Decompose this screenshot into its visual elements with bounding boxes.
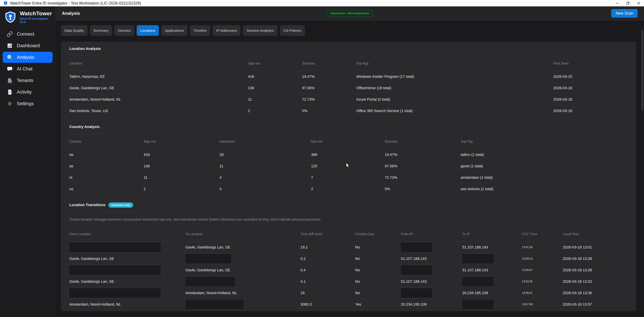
cell-interactive: 11 <box>220 160 311 172</box>
tab-timeline[interactable]: Timeline <box>190 25 210 36</box>
cell-top-app: OfficeHome (18 total) <box>356 82 553 94</box>
cell-time-diff-min: 19.2 <box>300 242 355 253</box>
sidebar-nav: ConnectDashboardAnalysisAI ChatTenantsAc… <box>0 27 55 109</box>
cell-location: Gavle, Gavleborgs Lan, SE <box>69 82 248 94</box>
sidebar-item-label: Tenants <box>17 78 33 83</box>
cell-from-ip <box>401 287 462 299</box>
sidebar-item-activity[interactable]: Activity <box>3 87 52 98</box>
table-row: Gavle, Gavleborgs Lan, SE13697.06%Office… <box>69 82 628 94</box>
tab-devices[interactable]: Devices <box>114 25 134 36</box>
sidebar-item-ai-chat[interactable]: AI Chat <box>3 63 52 74</box>
cell-success: 72.73% <box>302 94 356 105</box>
cell-non-int: 388 <box>311 149 385 160</box>
cell-utc-time: 13:36:41 <box>522 287 563 299</box>
cell-time-diff-min: 19 <box>300 287 355 299</box>
column-header-to-ip: To IP <box>462 227 522 242</box>
tab-locations[interactable]: Locations <box>137 25 159 36</box>
sidebar-item-label: AI Chat <box>17 66 32 72</box>
tab-data-quality[interactable]: Data Quality <box>61 25 88 36</box>
cell-first-seen: 2026-03-18 <box>553 94 628 105</box>
tab-applications[interactable]: Applications <box>161 25 187 36</box>
redacted-value <box>462 300 494 309</box>
cell-to-location: Gavle, Gavleborgs Lan, SE <box>186 242 300 253</box>
cell-utc-time: 13:01:30 <box>522 242 563 253</box>
brand-subtitle: Entra ID Investigator V1.0 <box>20 17 55 24</box>
sidebar-item-dashboard[interactable]: Dashboard <box>3 40 52 51</box>
column-header-local-time: Local Time <box>563 227 628 242</box>
sidebar-item-tenants[interactable]: Tenants <box>3 75 52 86</box>
redacted-value <box>69 265 161 275</box>
sidebar-item-label: Connect <box>17 32 34 37</box>
cell-to-location <box>186 253 300 264</box>
document-icon <box>7 89 13 95</box>
column-header-location: Location <box>69 56 248 71</box>
cell-from-ip <box>401 264 462 276</box>
section-title: Country Analysis <box>69 125 100 129</box>
app-shield-icon <box>3 1 8 5</box>
mouse-cursor <box>346 162 350 169</box>
page-title: Analysis <box>62 11 80 16</box>
cell-top-city: tallinn (1 total) <box>461 149 628 160</box>
table-row: Amsterdam, Noord-Holland, NL19No20.234.1… <box>69 287 628 299</box>
redacted-value <box>69 243 161 252</box>
column-header-from-ip: From IP <box>401 227 462 242</box>
sidebar-item-analysis[interactable]: Analysis <box>3 52 52 63</box>
table-row: Amsterdam, Noord-Holland, NL1172.73%Azur… <box>69 94 628 105</box>
sidebar-item-label: Analysis <box>17 55 34 60</box>
table-header-row: From LocationTo LocationTime Diff (min)C… <box>69 227 628 242</box>
sidebar-item-settings[interactable]: Settings <box>3 98 52 109</box>
cell-success: 0% <box>385 183 461 195</box>
column-header-top-city: Top City <box>461 134 628 149</box>
cell-interactive: 4 <box>220 172 311 183</box>
cell-location: San Antonio, Texas, US <box>69 105 248 117</box>
cell-crosses-day: No <box>355 276 401 287</box>
cell-time-diff-min: 0.4 <box>300 264 355 276</box>
window-controls <box>612 0 644 7</box>
cell-time-diff-min: 0.2 <box>300 253 355 264</box>
cell-from-ip: 51.107.188.143 <box>401 253 462 264</box>
cell-from-location <box>69 242 186 253</box>
cell-non-int: 7 <box>311 172 385 183</box>
location-transitions-section: Location Transitions Interactive Only Tr… <box>69 198 628 310</box>
restore-button[interactable] <box>622 0 633 7</box>
tab-ip-addresses[interactable]: IP Addresses <box>213 25 240 36</box>
tab-ca-policies[interactable]: CA Policies <box>280 25 305 36</box>
redacted-value <box>186 254 231 263</box>
minimize-button[interactable] <box>612 0 622 7</box>
cell-sign-ins: 2 <box>248 105 302 117</box>
app-window: WatchTower Entra ID Investigator - Test … <box>0 0 644 317</box>
column-header-non-int: Non-Int <box>311 134 385 149</box>
column-header-success: Success <box>385 134 461 149</box>
tab-session-analytics[interactable]: Session Analytics <box>243 25 277 36</box>
new-scan-button[interactable]: New Scan <box>611 9 638 18</box>
cell-first-seen: 2026-03-18 <box>553 105 628 117</box>
location-analysis-table: LocationSign-insSuccessTop AppFirst Seen… <box>69 56 628 116</box>
cell-sign-ins: 136 <box>144 160 220 172</box>
cell-success: 0% <box>302 105 356 117</box>
redacted-value <box>401 288 432 298</box>
cell-to-ip: 51.107.188.143 <box>462 242 522 253</box>
table-row: Gavle, Gavleborgs Lan, SE0.2No51.107.188… <box>69 253 628 264</box>
column-header-utc-time: UTC Time <box>522 227 563 242</box>
cell-utc-time: 13:28:13 <box>522 253 563 264</box>
cell-top-app: Azure Portal (2 total) <box>356 94 553 105</box>
window-title: WatchTower Entra ID Investigator - Test … <box>10 1 141 6</box>
column-header-sign-ins: Sign-ins <box>144 134 220 149</box>
tab-summary[interactable]: Summary <box>90 25 112 36</box>
chat-icon <box>7 66 13 72</box>
cell-from-location <box>69 264 186 276</box>
column-header-sign-ins: Sign-ins <box>248 56 302 71</box>
cell-sign-ins: 136 <box>248 82 302 94</box>
sidebar-item-label: Settings <box>17 101 34 106</box>
section-header: Location Analysis <box>69 42 628 56</box>
scrollbar-thumb[interactable] <box>642 30 643 111</box>
sidebar-item-connect[interactable]: Connect <box>3 29 52 40</box>
cell-first-seen: 2026-03-15 <box>553 71 628 82</box>
close-button[interactable] <box>633 0 644 7</box>
column-header-interactive: Interactive <box>220 134 311 149</box>
table-row: us2020%san antonio (1 total) <box>69 183 628 195</box>
transitions-description: Tracks location changes between consecut… <box>69 212 628 227</box>
cell-from-location: Gavle, Gavleborgs Lan, SE <box>69 253 186 264</box>
cell-local-time: 2026-03-18 13:01 <box>563 242 628 253</box>
section-title: Location Transitions <box>69 203 106 207</box>
